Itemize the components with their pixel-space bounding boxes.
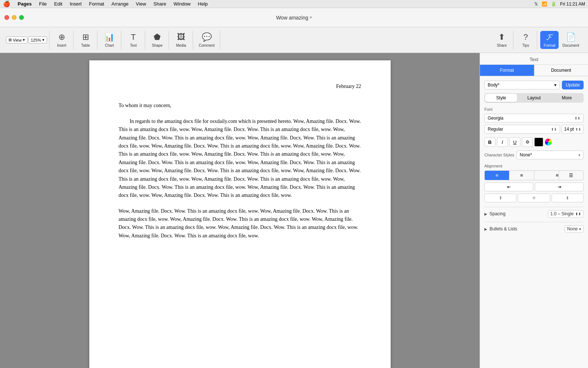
spacing-label: Spacing — [490, 211, 548, 216]
menubar-right: 𝕏 📶 🔋 Fri 11:21 AM — [534, 1, 585, 7]
update-button[interactable]: Update — [562, 81, 584, 89]
style-chevron-icon: ▾ — [554, 82, 556, 88]
apple-menu[interactable]: 🍎 — [3, 0, 10, 7]
alignment-section: Alignment ≡ ≡ ≡ ☰ ⇤ ⇥ ⬆ ✛ ⬇ — [484, 164, 584, 202]
minimize-button[interactable] — [12, 15, 17, 20]
indent-increase-button[interactable]: ⇥ — [535, 183, 584, 191]
align-center-button[interactable]: ≡ — [509, 171, 534, 180]
bullets-value-display[interactable]: None ▾ — [564, 225, 584, 233]
color-picker-button[interactable] — [545, 138, 552, 146]
battery-icon: 🔋 — [551, 1, 556, 7]
spacing-value-display[interactable]: 1.0 – Single ⬆⬇ — [548, 210, 584, 217]
text-button[interactable]: T Text — [124, 31, 143, 49]
chart-group: 📊 Chart — [98, 31, 121, 49]
menubar-edit[interactable]: Edit — [51, 0, 65, 7]
bullets-section: ▶ Bullets & Lists None ▾ — [484, 222, 584, 237]
table-button[interactable]: ⊞ Table — [76, 31, 95, 49]
text-color-swatch[interactable] — [534, 138, 543, 146]
menubar-share[interactable]: Share — [151, 0, 169, 7]
vertical-align-row: ⬆ ✛ ⬇ — [484, 194, 584, 202]
fullscreen-button[interactable] — [19, 15, 24, 20]
font-style-select[interactable]: Regular ⬆⬇ — [484, 125, 560, 134]
valign-middle-button[interactable]: ✛ — [518, 194, 550, 202]
chart-button[interactable]: 📊 Chart — [100, 31, 119, 49]
document-panel-button[interactable]: 📄 Document — [559, 31, 582, 49]
menubar-pages[interactable]: Pages — [15, 0, 35, 7]
panel-header: Text — [480, 53, 588, 65]
menubar-format[interactable]: Format — [86, 0, 107, 7]
comment-group: 💬 Comment — [194, 31, 220, 49]
font-size-value: 14 pt — [564, 127, 574, 132]
alignment-label: Alignment — [484, 164, 584, 168]
twitter-icon: 𝕏 — [534, 1, 538, 7]
char-style-value: None* — [520, 152, 532, 158]
bold-button[interactable]: B — [484, 137, 495, 147]
document-panel-label: Document — [562, 43, 579, 47]
text-label: Text — [130, 43, 137, 47]
font-name-select[interactable]: Georgia ⬆⬇ — [484, 114, 584, 123]
menubar-file[interactable]: File — [36, 0, 50, 7]
char-style-select[interactable]: None* ▾ — [516, 151, 584, 159]
underline-button[interactable]: U — [509, 137, 520, 147]
alignment-buttons: ≡ ≡ ≡ ☰ — [484, 170, 584, 180]
italic-button[interactable]: I — [497, 137, 508, 147]
align-left-button[interactable]: ≡ — [485, 171, 509, 180]
panel-content: Body* ▾ Update Style Layout More Font Ge… — [480, 76, 588, 368]
view-button[interactable]: ⊞ View ▾ — [6, 36, 28, 43]
view-zoom-group: ⊞ View ▾ 125% ▾ — [4, 31, 50, 49]
insert-button[interactable]: ⊕ Insert — [53, 31, 71, 49]
page[interactable]: February 22 To whom it may concern, In r… — [89, 60, 391, 368]
wifi-icon: 📶 — [542, 1, 547, 7]
char-style-arrow: ▾ — [578, 153, 580, 157]
tab-style[interactable]: Style — [485, 94, 517, 102]
spacing-header[interactable]: ▶ Spacing 1.0 – Single ⬆⬇ — [484, 210, 584, 217]
align-justify-button[interactable]: ☰ — [559, 171, 583, 180]
format-toggle-button[interactable]: Format — [480, 65, 534, 76]
share-label: Share — [497, 43, 507, 47]
font-size-input[interactable]: 14 pt ⬆⬇ — [562, 125, 584, 134]
format-document-toggle: Format Document — [480, 65, 588, 76]
media-button[interactable]: 🖼 Media — [172, 31, 190, 49]
document-salutation: To whom it may concern, — [119, 102, 361, 110]
shape-group: ⬟ Shape — [146, 31, 169, 49]
document-toggle-button[interactable]: Document — [534, 65, 588, 76]
spacing-arrow-icon: ▶ — [484, 212, 487, 216]
valign-top-button[interactable]: ⬆ — [484, 194, 516, 202]
indent-decrease-button[interactable]: ⇤ — [484, 183, 533, 191]
strikethrough-button[interactable]: ⚙ — [522, 137, 533, 147]
style-select[interactable]: Body* ▾ — [484, 81, 560, 89]
menubar-window[interactable]: Window — [171, 0, 193, 7]
main-layout: February 22 To whom it may concern, In r… — [0, 53, 588, 368]
style-value: Body* — [488, 82, 499, 88]
align-right-button[interactable]: ≡ — [534, 171, 559, 180]
font-style-row: Regular ⬆⬇ 14 pt ⬆⬇ — [484, 125, 584, 134]
zoom-button[interactable]: 125% ▾ — [28, 36, 47, 43]
document-date: February 22 — [119, 82, 361, 91]
document-area[interactable]: February 22 To whom it may concern, In r… — [0, 53, 480, 368]
media-icon: 🖼 — [177, 32, 185, 42]
document-icon: 📄 — [566, 32, 576, 42]
font-style-value: Regular — [488, 127, 503, 132]
table-icon: ⊞ — [82, 32, 89, 42]
title-chevron-icon[interactable]: ▾ — [310, 15, 312, 20]
comment-icon: 💬 — [202, 32, 212, 42]
share-button[interactable]: ⬆ Share — [492, 31, 511, 49]
comment-button[interactable]: 💬 Comment — [196, 31, 218, 49]
comment-label: Comment — [199, 43, 215, 47]
menubar-arrange[interactable]: Arrange — [108, 0, 131, 7]
tips-button[interactable]: ? Tips — [516, 31, 535, 49]
menubar-insert[interactable]: Insert — [67, 0, 85, 7]
bullets-header[interactable]: ▶ Bullets & Lists None ▾ — [484, 225, 584, 233]
bullets-label: Bullets & Lists — [490, 226, 564, 231]
menubar-help[interactable]: Help — [195, 0, 211, 7]
shape-button[interactable]: ⬟ Shape — [148, 31, 166, 49]
tips-group: ? Tips — [514, 31, 537, 49]
close-button[interactable] — [4, 15, 9, 20]
media-group: 🖼 Media — [170, 31, 193, 49]
menubar-view[interactable]: View — [133, 0, 149, 7]
format-panel-button[interactable]: 𝓕 Format — [540, 31, 559, 49]
table-label: Table — [81, 43, 90, 47]
valign-bottom-button[interactable]: ⬇ — [552, 194, 584, 202]
tab-layout[interactable]: Layout — [518, 94, 550, 102]
tab-more[interactable]: More — [551, 94, 583, 102]
